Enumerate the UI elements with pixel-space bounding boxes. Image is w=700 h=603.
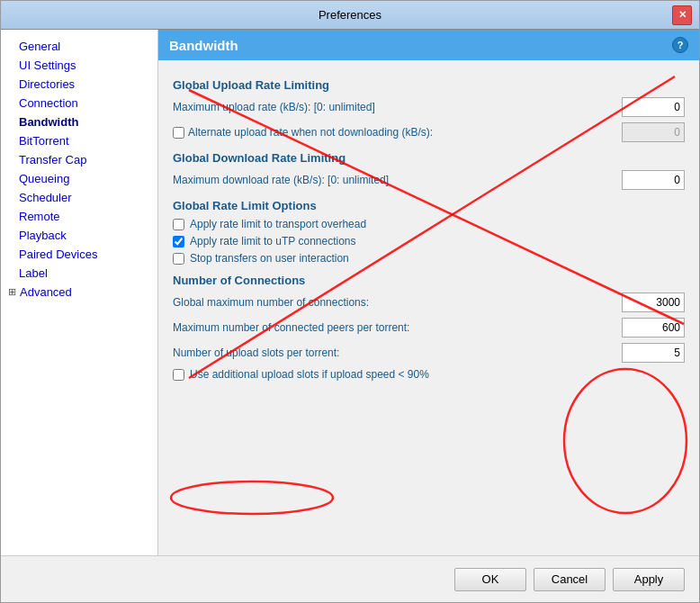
alt-upload-label: Alternate upload rate when not downloadi… [188, 126, 433, 139]
max-upload-input[interactable] [622, 97, 685, 117]
sidebar-item-bandwidth[interactable]: Bandwidth [1, 112, 157, 131]
sidebar-item-label[interactable]: Label [1, 264, 157, 283]
sidebar-item-connection[interactable]: Connection [1, 94, 157, 112]
max-peers-label: Maximum number of connected peers per to… [173, 321, 409, 334]
footer: OK Cancel Apply [1, 555, 699, 602]
section-header: Bandwidth ? [158, 30, 699, 60]
sidebar-item-remote[interactable]: Remote [1, 207, 157, 226]
max-download-row: Maximum download rate (kB/s): [0: unlimi… [173, 170, 685, 190]
max-upload-row: Maximum upload rate (kB/s): [0: unlimite… [173, 97, 685, 117]
section-title: Bandwidth [169, 38, 238, 53]
upload-slots-label: Number of upload slots per torrent: [173, 346, 339, 359]
panel-content: Global Upload Rate Limiting Maximum uplo… [158, 60, 699, 555]
connections-section-title: Number of Connections [173, 274, 685, 287]
ok-button[interactable]: OK [454, 568, 526, 591]
stop-transfers-checkbox[interactable] [173, 253, 184, 265]
sidebar-item-queueing[interactable]: Queueing [1, 169, 157, 188]
sidebar-item-scheduler[interactable]: Scheduler [1, 188, 157, 207]
max-upload-label: Maximum upload rate (kB/s): [0: unlimite… [173, 101, 375, 113]
expand-icon: ⊞ [8, 286, 16, 298]
rate-limit-transport-checkbox[interactable] [173, 219, 184, 230]
upload-slots-row: Number of upload slots per torrent: [173, 343, 685, 363]
max-download-label: Maximum download rate (kB/s): [0: unlimi… [173, 174, 389, 186]
window-title: Preferences [28, 8, 672, 22]
close-button[interactable]: ✕ [672, 5, 692, 25]
main-panel: Bandwidth ? Global Upload Rate Limiting … [158, 30, 699, 555]
sidebar-item-general[interactable]: General [1, 37, 157, 56]
download-section-title: Global Download Rate Limiting [173, 151, 685, 165]
apply-button[interactable]: Apply [613, 568, 685, 591]
global-max-connections-label: Global maximum number of connections: [173, 296, 369, 309]
stop-transfers-label: Stop transfers on user interaction [190, 252, 349, 265]
rate-limit-utp-checkbox[interactable] [173, 236, 184, 248]
sidebar: General UI Settings Directories Connecti… [1, 30, 158, 555]
max-peers-input[interactable] [622, 318, 685, 338]
alt-upload-checkbox[interactable] [173, 127, 184, 139]
sidebar-item-advanced[interactable]: ⊞ Advanced [1, 283, 157, 302]
max-peers-row: Maximum number of connected peers per to… [173, 318, 685, 338]
extra-slots-checkbox[interactable] [173, 369, 184, 381]
sidebar-item-ui-settings[interactable]: UI Settings [1, 56, 157, 75]
rate-limit-option3-row: Stop transfers on user interaction [173, 252, 685, 265]
sidebar-item-playback[interactable]: Playback [1, 226, 157, 245]
sidebar-item-bittorrent[interactable]: BitTorrent [1, 131, 157, 150]
upload-section-title: Global Upload Rate Limiting [173, 78, 685, 92]
help-button[interactable]: ? [672, 37, 688, 53]
rate-limit-section-title: Global Rate Limit Options [173, 199, 685, 212]
rate-limit-utp-label: Apply rate limit to uTP connections [190, 235, 356, 248]
rate-limit-transport-label: Apply rate limit to transport overhead [190, 218, 366, 230]
sidebar-item-transfer-cap[interactable]: Transfer Cap [1, 150, 157, 169]
content-area: General UI Settings Directories Connecti… [1, 30, 699, 555]
cancel-button[interactable]: Cancel [534, 568, 606, 591]
global-max-connections-row: Global maximum number of connections: [173, 292, 685, 312]
rate-limit-option2-row: Apply rate limit to uTP connections [173, 235, 685, 248]
alt-upload-input[interactable] [622, 122, 685, 142]
global-max-connections-input[interactable] [622, 292, 685, 312]
sidebar-item-directories[interactable]: Directories [1, 75, 157, 94]
extra-slots-row: Use additional upload slots if upload sp… [173, 368, 685, 381]
max-download-input[interactable] [622, 170, 685, 190]
upload-slots-input[interactable] [622, 343, 685, 363]
extra-slots-label: Use additional upload slots if upload sp… [190, 368, 429, 381]
titlebar: Preferences ✕ [1, 1, 699, 30]
rate-limit-option1-row: Apply rate limit to transport overhead [173, 218, 685, 230]
alt-upload-row: Alternate upload rate when not downloadi… [173, 122, 685, 142]
sidebar-item-paired-devices[interactable]: Paired Devices [1, 245, 157, 264]
